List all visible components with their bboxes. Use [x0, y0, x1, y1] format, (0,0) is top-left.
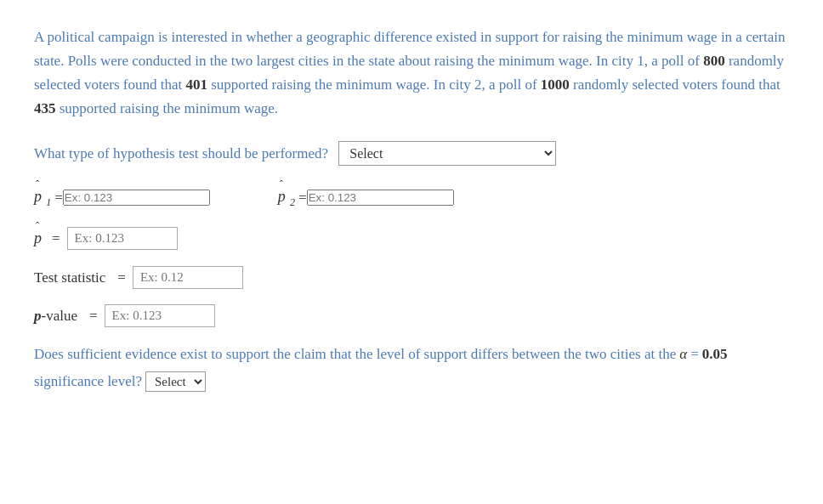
- p-hat-row: ˆ p =: [34, 226, 789, 251]
- test-statistic-row: Test statistic =: [34, 266, 789, 289]
- city1-support-count: 401: [185, 76, 207, 93]
- intro-paragraph: A political campaign is interested in wh…: [34, 25, 789, 121]
- city1-poll-size: 800: [703, 53, 725, 69]
- p-hat-input[interactable]: [67, 227, 178, 250]
- hypothesis-type-select[interactable]: Select Two-sample z-test for proportions…: [338, 141, 556, 166]
- p2-hat-label: ˆ p 2: [278, 184, 295, 211]
- p2-hat-input[interactable]: [307, 190, 454, 206]
- conclusion-row: Does sufficient evidence exist to suppor…: [34, 343, 789, 394]
- test-stat-equals: =: [117, 266, 126, 289]
- p-hats-row: ˆ p 1 = ˆ p 2 =: [34, 184, 789, 211]
- city2-support-count: 435: [34, 100, 56, 116]
- hypothesis-question-label: What type of hypothesis test should be p…: [34, 142, 328, 165]
- conclusion-select[interactable]: Select Yes No: [145, 371, 206, 392]
- p1-equals: =: [54, 186, 63, 209]
- fields-section: ˆ p 1 = ˆ p 2 = ˆ p: [34, 184, 789, 327]
- conclusion-text-before: Does sufficient evidence exist to suppor…: [34, 343, 676, 366]
- pvalue-row: p-value =: [34, 304, 789, 327]
- conclusion-equals: =: [690, 343, 699, 366]
- alpha-value: 0.05: [702, 343, 728, 366]
- conclusion-text-after: significance level?: [34, 370, 142, 394]
- pvalue-input[interactable]: [105, 304, 215, 327]
- pvalue-equals: =: [89, 304, 98, 327]
- city2-poll-size: 1000: [541, 76, 570, 93]
- p1-hat-input[interactable]: [63, 190, 210, 206]
- p2-equals: =: [298, 186, 307, 209]
- p-hat-label: ˆ p: [34, 226, 42, 251]
- p2-hat-group: ˆ p 2 =: [278, 184, 454, 211]
- p2-subscript: 2: [290, 196, 295, 208]
- alpha-symbol: α: [679, 343, 687, 366]
- p1-hat-label: ˆ p 1: [34, 184, 51, 211]
- p1-subscript: 1: [46, 196, 51, 208]
- test-statistic-label: Test statistic: [34, 266, 105, 289]
- hypothesis-type-row: What type of hypothesis test should be p…: [34, 141, 789, 166]
- pvalue-label: p-value: [34, 304, 77, 327]
- p1-hat-group: ˆ p 1 =: [34, 184, 210, 211]
- test-statistic-input[interactable]: [133, 266, 243, 289]
- p-hat-equals: =: [52, 227, 60, 250]
